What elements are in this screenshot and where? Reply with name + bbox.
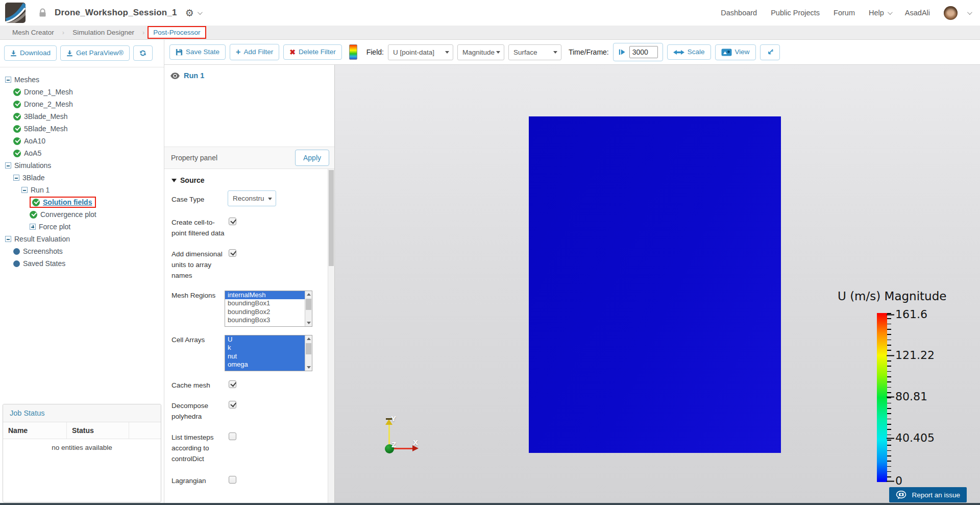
get-paraview-button[interactable]: Get ParaView®: [60, 45, 130, 61]
list-option[interactable]: boundingBox4: [225, 325, 305, 327]
collapse-icon[interactable]: [13, 175, 19, 181]
list-option[interactable]: internalMesh: [225, 291, 305, 300]
tab-simulation-designer[interactable]: Simulation Designer: [67, 27, 139, 38]
view-button[interactable]: View: [715, 44, 756, 60]
component-select[interactable]: Magnitude: [457, 44, 504, 60]
tree-item-saved-states[interactable]: Saved States: [5, 257, 161, 270]
colorbar-toggle-icon[interactable]: [349, 44, 357, 60]
report-issue-button[interactable]: Report an issue: [889, 487, 967, 502]
scroll-down-icon[interactable]: [307, 322, 311, 324]
collapse-icon[interactable]: [5, 77, 11, 83]
property-panel-title: Property panel: [171, 154, 217, 162]
lagrangian-checkbox[interactable]: [229, 476, 236, 484]
scale-button[interactable]: Scale: [667, 44, 711, 60]
legend-title: U (m/s) Magnitude: [838, 290, 980, 303]
source-section-header[interactable]: Source: [172, 176, 319, 184]
list-option[interactable]: U: [225, 335, 305, 344]
pipeline-item-label: Run 1: [184, 71, 204, 80]
list-option[interactable]: p: [225, 369, 305, 371]
x-axis-label: X: [413, 438, 418, 447]
nav-username[interactable]: AsadAli: [905, 9, 930, 17]
list-option[interactable]: boundingBox2: [225, 308, 305, 317]
chevron-down-icon[interactable]: [198, 10, 203, 15]
add-units-checkbox[interactable]: [229, 249, 236, 257]
property-panel-scrollbar[interactable]: [328, 169, 334, 505]
tree-item-3blade-mesh[interactable]: 3Blade_Mesh: [5, 110, 161, 123]
tree-item-convergence-plot[interactable]: Convergence plot: [5, 208, 161, 221]
scroll-thumb[interactable]: [306, 299, 311, 310]
expand-icon[interactable]: [30, 224, 36, 230]
check-circle-icon: [32, 199, 40, 206]
tree-item-5blade-mesh[interactable]: 5Blade_Mesh: [5, 123, 161, 135]
list-timesteps-checkbox[interactable]: [229, 432, 236, 440]
save-state-button[interactable]: Save State: [169, 44, 226, 60]
download-button[interactable]: Download: [4, 45, 57, 61]
create-c2p-checkbox[interactable]: [229, 218, 236, 225]
tree-item-aoa10[interactable]: AoA10: [5, 135, 161, 147]
cache-mesh-checkbox[interactable]: [229, 380, 236, 388]
app-window: Drone_Workshop_Session_1 ⚙ Dashboard Pub…: [0, 0, 980, 505]
list-option[interactable]: omega: [225, 360, 305, 369]
tree-item-result-evaluation[interactable]: Result Evaluation: [5, 233, 161, 245]
refresh-icon: [139, 50, 146, 57]
tree-item-drone-1-mesh[interactable]: Drone_1_Mesh: [5, 86, 161, 98]
scroll-thumb[interactable]: [306, 343, 311, 354]
gear-icon[interactable]: ⚙: [185, 8, 194, 18]
tree-item-run-1[interactable]: Run 1: [5, 184, 161, 196]
field-select[interactable]: U [point-data]: [388, 44, 453, 60]
scroll-up-icon[interactable]: [307, 338, 311, 340]
list-option[interactable]: boundingBox3: [225, 316, 305, 325]
list-option[interactable]: boundingBox1: [225, 299, 305, 308]
nav-public-projects[interactable]: Public Projects: [771, 9, 820, 17]
tree-item-aoa5[interactable]: AoA5: [5, 147, 161, 159]
play-to-frame-icon[interactable]: [618, 49, 626, 56]
velocity-field-surface[interactable]: [529, 116, 781, 453]
tree-item-solution-fields[interactable]: Solution fields: [5, 196, 161, 208]
listbox-scrollbar[interactable]: [305, 291, 312, 326]
collapse-icon[interactable]: [21, 187, 28, 193]
list-option[interactable]: nut: [225, 352, 305, 361]
mesh-regions-listbox[interactable]: internalMesh boundingBox1 boundingBox2 b…: [225, 291, 312, 327]
tree-item-drone-2-mesh[interactable]: Drone_2_Mesh: [5, 98, 161, 110]
add-filter-button[interactable]: + Add Filter: [230, 44, 279, 60]
legend-colorbar: [877, 313, 887, 482]
chevron-down-icon: [888, 10, 893, 15]
app-logo-icon[interactable]: [5, 3, 26, 23]
nav-forum[interactable]: Forum: [834, 9, 855, 17]
delete-filter-button[interactable]: ✖ Delete Filter: [283, 44, 342, 60]
case-type-select[interactable]: Reconstru: [228, 190, 276, 206]
pick-center-button[interactable]: [760, 44, 780, 60]
pipeline-item-run-1[interactable]: Run 1: [170, 71, 328, 80]
render-viewport[interactable]: U (m/s) Magnitude 161.6 121.22 80.81 40.…: [335, 65, 980, 505]
y-axis-line: [388, 424, 390, 447]
tree-item-force-plot[interactable]: Force plot: [5, 221, 161, 233]
collapse-icon[interactable]: [5, 162, 11, 169]
tree-item-meshes[interactable]: Meshes: [5, 74, 161, 86]
tree-item-screenshots[interactable]: Screenshots: [5, 245, 161, 257]
tree-item-3blade[interactable]: 3Blade: [5, 172, 161, 184]
decompose-checkbox[interactable]: [229, 401, 236, 408]
visibility-eye-icon[interactable]: [170, 73, 180, 79]
add-units-row: Add dimensional units to array names: [172, 249, 319, 281]
nav-help[interactable]: Help: [869, 9, 891, 17]
tab-post-processor[interactable]: Post-Processor: [148, 26, 206, 39]
apply-button[interactable]: Apply: [295, 150, 329, 166]
cell-arrays-listbox[interactable]: U k nut omega p: [225, 335, 312, 371]
y-axis-label: Y: [391, 414, 396, 423]
representation-select[interactable]: Surface: [508, 44, 561, 60]
list-option[interactable]: k: [225, 344, 305, 352]
color-legend: U (m/s) Magnitude 161.6 121.22 80.81 40.…: [838, 290, 980, 303]
collapse-icon[interactable]: [5, 236, 11, 242]
time-frame-input[interactable]: [629, 46, 658, 58]
tab-mesh-creator[interactable]: Mesh Creator: [7, 27, 59, 38]
scroll-down-icon[interactable]: [307, 366, 311, 369]
nav-dashboard[interactable]: Dashboard: [721, 9, 757, 17]
avatar[interactable]: [944, 6, 958, 20]
scroll-up-icon[interactable]: [307, 293, 311, 296]
tree-item-simulations[interactable]: Simulations: [5, 159, 161, 172]
scroll-thumb[interactable]: [329, 170, 334, 266]
listbox-scrollbar[interactable]: [305, 335, 312, 371]
refresh-button[interactable]: [133, 45, 153, 61]
chevron-down-icon[interactable]: [967, 10, 972, 15]
scene-tree: Meshes Drone_1_Mesh Drone_2_Mesh 3Blade_…: [0, 67, 164, 270]
